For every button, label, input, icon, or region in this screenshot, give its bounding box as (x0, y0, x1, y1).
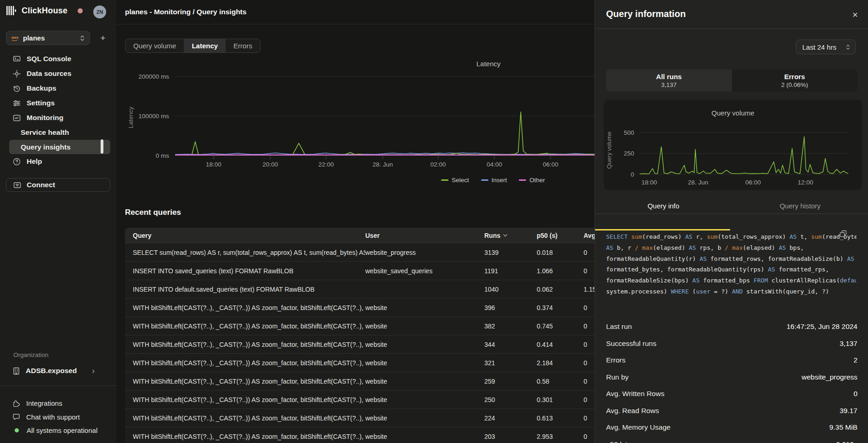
time-range-select[interactable]: Last 24 hrs (796, 40, 856, 54)
sidebar-item-integrations[interactable]: Integrations (0, 397, 116, 409)
stat-value: 0 (853, 390, 857, 398)
puzzle-icon (12, 399, 20, 407)
table-row[interactable]: WITH bitShiftLeft(CAST(?..), _CAST(?..))… (125, 298, 595, 316)
query-cell: WITH bitShiftLeft(CAST(?..), _CAST(?..))… (125, 304, 365, 311)
table-row[interactable]: WITH bitShiftLeft(CAST(?..), _CAST(?..))… (125, 353, 595, 372)
avg-cell: 0 (584, 304, 595, 311)
recent-queries-title: Recent queries (125, 208, 181, 217)
runs-cell: 382 (484, 322, 537, 330)
copy-icon[interactable] (840, 230, 847, 239)
sidebar-item-query-insights[interactable]: Query insights (9, 140, 110, 154)
sidebar: ClickHouse ZN aws planes + SQL Console (0, 0, 116, 443)
add-service-button[interactable]: + (96, 31, 109, 45)
close-icon[interactable]: ✕ (850, 9, 861, 20)
table-row[interactable]: WITH bitShiftLeft(CAST(?..), _CAST(?..))… (125, 316, 595, 335)
query-cell: WITH bitShiftLeft(CAST(?..), _CAST(?..))… (125, 378, 365, 385)
sidebar-item-help[interactable]: Help (0, 154, 116, 169)
stat-row: Run by website_progress (606, 369, 857, 386)
svg-text:0 ms: 0 ms (156, 152, 170, 159)
segment-label: All runs (656, 73, 682, 81)
stat-row: Last run 16:47:25, Jun 28 2024 (606, 318, 857, 335)
sidebar-item-sql-console[interactable]: SQL Console (0, 52, 116, 66)
sidebar-scrollbar-thumb[interactable] (101, 139, 103, 154)
tab-errors[interactable]: Errors (226, 39, 260, 52)
table-row[interactable]: WITH bitShiftLeft(CAST(?..), _CAST(?..))… (125, 372, 595, 390)
stat-value: 2 (853, 356, 857, 364)
tab-query-info[interactable]: Query info (595, 201, 732, 213)
avg-cell: 1.15 (584, 286, 595, 293)
sidebar-item-chat-support[interactable]: Chat with support (0, 410, 116, 423)
query-stats-list: Last run 16:47:25, Jun 28 2024 Successfu… (606, 318, 857, 443)
svg-text:20:00: 20:00 (262, 161, 278, 168)
avg-cell: 0 (584, 433, 595, 440)
table-row[interactable]: WITH bitShiftLeft(CAST(?..), _CAST(?..))… (125, 390, 595, 408)
table-row[interactable]: WITH bitShiftLeft(CAST(?..), _CAST(?..))… (125, 427, 595, 443)
system-status-label: All systems operational (27, 426, 97, 434)
chart-tabs: Query volume Latency Errors (125, 39, 261, 53)
svg-text:04:00: 04:00 (487, 161, 502, 168)
runs-cell: 3139 (484, 249, 537, 256)
brand-name: ClickHouse (22, 6, 68, 16)
sidebar-item-monitoring[interactable]: Monitoring (0, 110, 116, 125)
stat-label: Errors (606, 356, 625, 364)
column-header-avg[interactable]: Avg. (584, 232, 595, 239)
runs-errors-segmented-control: All runs 3,137 Errors 2 (0.06%) (606, 69, 857, 92)
stat-value: 39.17 (840, 407, 857, 415)
sidebar-item-service-health[interactable]: Service health (0, 125, 116, 140)
sidebar-item-backups[interactable]: Backups (0, 81, 116, 96)
recent-queries-table: Query User Runs p50 (s) Avg. SELECT sum(… (125, 228, 595, 443)
svg-text:500: 500 (624, 129, 634, 136)
svg-text:250: 250 (624, 150, 634, 157)
panel-divider (595, 29, 868, 29)
connect-label: Connect (27, 181, 55, 189)
segment-all-runs[interactable]: All runs 3,137 (606, 69, 732, 92)
table-row[interactable]: SELECT sum(read_rows) AS r, sum(total_ro… (125, 243, 595, 261)
legend-label: Select (452, 177, 469, 184)
sidebar-item-data-sources[interactable]: Data sources (0, 66, 116, 81)
runs-cell: 203 (484, 433, 537, 440)
column-header-user[interactable]: User (365, 232, 484, 239)
p50-cell: 0.018 (537, 249, 584, 256)
tab-latency[interactable]: Latency (184, 39, 226, 52)
legend-item[interactable]: Insert (481, 177, 507, 184)
latency-chart[interactable]: 0 ms100000 ms200000 ms18:0020:0022:0028.… (138, 55, 595, 175)
query-cell: SELECT sum(read_rows) AS r, sum(total_ro… (125, 249, 365, 256)
segment-errors[interactable]: Errors 2 (0.06%) (732, 69, 858, 92)
sidebar-item-settings[interactable]: Settings (0, 96, 116, 110)
table-row[interactable]: INSERT INTO default.saved_queries (text)… (125, 280, 595, 298)
column-header-p50[interactable]: p50 (s) (537, 232, 584, 239)
sidebar-item-system-status[interactable]: All systems operational (0, 424, 116, 437)
p50-cell: 2.184 (537, 359, 584, 367)
organization-selector[interactable]: ADSB.exposed › (0, 364, 116, 378)
workspace-selector[interactable]: aws planes (6, 31, 90, 45)
runs-cell: 321 (484, 359, 537, 367)
sidebar-item-label: Chat with support (26, 413, 80, 421)
query-cell: INSERT INTO default.saved_queries (text)… (125, 286, 365, 293)
connect-button[interactable]: Connect (6, 178, 110, 192)
svg-text:02:00: 02:00 (431, 161, 446, 168)
stat-label: Last run (606, 322, 632, 331)
user-cell: website (365, 378, 484, 385)
runs-cell: 344 (484, 341, 537, 348)
user-cell: website (365, 359, 484, 367)
legend-label: Other (529, 177, 545, 184)
column-header-query[interactable]: Query (125, 232, 365, 239)
table-row[interactable]: INSERT INTO saved_queries (text) FORMAT … (125, 261, 595, 280)
legend-item[interactable]: Other (519, 177, 545, 184)
svg-text:28. Jun: 28. Jun (373, 161, 393, 168)
avatar[interactable]: ZN (93, 6, 106, 18)
p50-cell: 0.58 (537, 378, 584, 385)
p50-cell: 0.374 (537, 304, 584, 311)
tab-query-history[interactable]: Query history (732, 201, 868, 213)
column-header-runs[interactable]: Runs (484, 232, 537, 239)
tab-query-volume[interactable]: Query volume (125, 39, 184, 52)
table-header-row: Query User Runs p50 (s) Avg. (125, 228, 595, 243)
legend-item[interactable]: Select (441, 177, 469, 184)
sidebar-divider (0, 385, 116, 386)
table-row[interactable]: WITH bitShiftLeft(CAST(?..), _CAST(?..))… (125, 408, 595, 427)
table-row[interactable]: WITH bitShiftLeft(CAST(?..), _CAST(?..))… (125, 335, 595, 353)
sidebar-item-label: Data sources (27, 69, 71, 78)
latency-y-axis-label: Latency (127, 92, 134, 143)
stat-value: 0.018s (836, 440, 857, 443)
sidebar-nav: SQL Console Data sources Backups Setting… (0, 52, 116, 169)
